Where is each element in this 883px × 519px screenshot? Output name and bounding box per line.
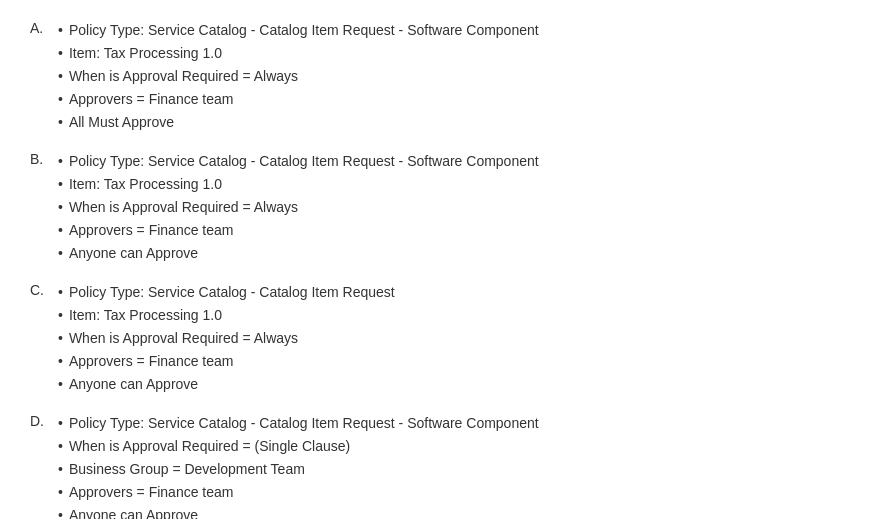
list-item: Approvers = Finance team [58,351,395,372]
list-item: When is Approval Required = (Single Clau… [58,436,539,457]
option-content-c: Policy Type: Service Catalog - Catalog I… [58,282,395,395]
option-label-d: D. [30,413,50,429]
list-item: Policy Type: Service Catalog - Catalog I… [58,20,539,41]
list-item: Policy Type: Service Catalog - Catalog I… [58,282,395,303]
list-item: Approvers = Finance team [58,220,539,241]
list-item: Approvers = Finance team [58,482,539,503]
option-row-b: B.Policy Type: Service Catalog - Catalog… [30,151,853,264]
list-item: Policy Type: Service Catalog - Catalog I… [58,413,539,434]
list-item: Anyone can Approve [58,374,395,395]
list-item: Policy Type: Service Catalog - Catalog I… [58,151,539,172]
list-item: Anyone can Approve [58,243,539,264]
list-item: Item: Tax Processing 1.0 [58,305,395,326]
list-item: Item: Tax Processing 1.0 [58,174,539,195]
option-content-a: Policy Type: Service Catalog - Catalog I… [58,20,539,133]
list-item: When is Approval Required = Always [58,197,539,218]
option-row-c: C.Policy Type: Service Catalog - Catalog… [30,282,853,395]
question-container: A.Policy Type: Service Catalog - Catalog… [30,20,853,519]
list-item: All Must Approve [58,112,539,133]
list-item: Business Group = Development Team [58,459,539,480]
option-label-b: B. [30,151,50,167]
list-item: Approvers = Finance team [58,89,539,110]
list-item: Anyone can Approve [58,505,539,519]
option-content-d: Policy Type: Service Catalog - Catalog I… [58,413,539,519]
option-label-c: C. [30,282,50,298]
list-item: When is Approval Required = Always [58,328,395,349]
bullet-list-d: Policy Type: Service Catalog - Catalog I… [58,413,539,519]
list-item: When is Approval Required = Always [58,66,539,87]
option-content-b: Policy Type: Service Catalog - Catalog I… [58,151,539,264]
option-label-a: A. [30,20,50,36]
bullet-list-c: Policy Type: Service Catalog - Catalog I… [58,282,395,395]
bullet-list-a: Policy Type: Service Catalog - Catalog I… [58,20,539,133]
option-row-d: D.Policy Type: Service Catalog - Catalog… [30,413,853,519]
option-row-a: A.Policy Type: Service Catalog - Catalog… [30,20,853,133]
list-item: Item: Tax Processing 1.0 [58,43,539,64]
bullet-list-b: Policy Type: Service Catalog - Catalog I… [58,151,539,264]
